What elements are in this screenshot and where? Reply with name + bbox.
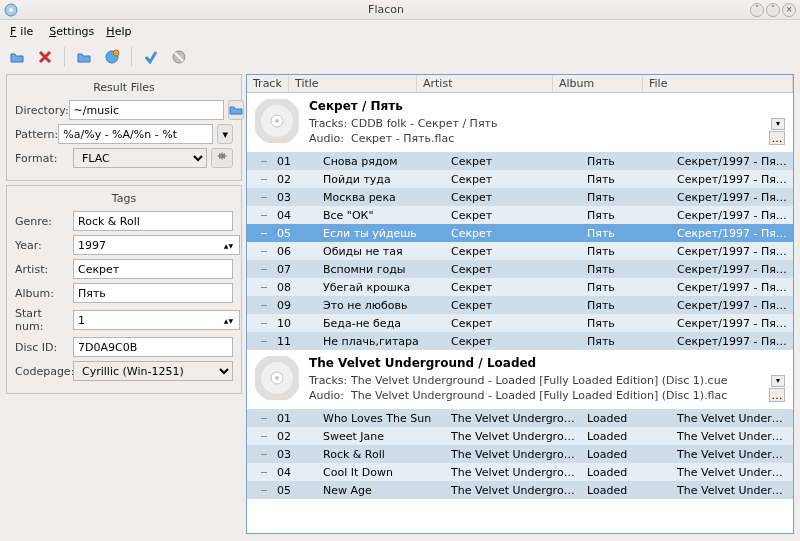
track-artist: The Velvet Underground	[445, 430, 581, 443]
track-album: Пять	[581, 317, 671, 330]
track-artist: Секрет	[445, 299, 581, 312]
close-button[interactable]: ×	[782, 3, 796, 17]
track-row[interactable]: 04 Cool It Down The Velvet Underground L…	[247, 463, 793, 481]
track-artist: The Velvet Underground	[445, 484, 581, 497]
track-artist: Секрет	[445, 245, 581, 258]
year-spinner[interactable]: ▲▼	[224, 242, 233, 249]
audio-browse-button[interactable]: …	[769, 388, 785, 402]
pattern-input[interactable]	[58, 124, 213, 144]
column-file[interactable]: File	[643, 75, 793, 92]
track-title: Cool It Down	[317, 466, 445, 479]
track-title: Обиды не тая	[317, 245, 445, 258]
open-folder-button[interactable]	[73, 46, 95, 68]
track-row[interactable]: 01 Who Loves The Sun The Velvet Undergro…	[247, 409, 793, 427]
track-title: Who Loves The Sun	[317, 412, 445, 425]
track-row[interactable]: 04 Все "ОК" Секрет Пять Секрет/1997 - Пя…	[247, 206, 793, 224]
start-num-spinner[interactable]: ▲▼	[224, 317, 233, 324]
start-button[interactable]	[140, 46, 162, 68]
track-row[interactable]: 03 Москва река Секрет Пять Секрет/1997 -…	[247, 188, 793, 206]
cddb-button[interactable]	[101, 46, 123, 68]
codepage-label: Codepage:	[15, 365, 73, 378]
track-title: Sweet Jane	[317, 430, 445, 443]
tracks-meta-dropdown[interactable]: ▾	[771, 118, 785, 130]
artist-label: Artist:	[15, 263, 73, 276]
track-artist: Секрет	[445, 317, 581, 330]
pattern-dropdown-button[interactable]: ▾	[217, 124, 233, 144]
year-input[interactable]	[73, 235, 240, 255]
directory-label: Directory:	[15, 104, 69, 117]
track-number: 05	[247, 484, 317, 497]
disc-id-input[interactable]	[73, 337, 233, 357]
track-number: 09	[247, 299, 317, 312]
audio-meta-value: Секрет - Пять.flac	[351, 132, 765, 145]
track-row[interactable]: 10 Беда-не беда Секрет Пять Секрет/1997 …	[247, 314, 793, 332]
open-button[interactable]	[6, 46, 28, 68]
svg-point-8	[275, 119, 279, 123]
track-artist: Секрет	[445, 209, 581, 222]
track-file: The Velvet Undergroun...	[671, 466, 793, 479]
column-artist[interactable]: Artist	[417, 75, 553, 92]
track-row[interactable]: 01 Снова рядом Секрет Пять Секрет/1997 -…	[247, 152, 793, 170]
track-row[interactable]: 07 Вспомни годы Секрет Пять Секрет/1997 …	[247, 260, 793, 278]
column-album[interactable]: Album	[553, 75, 643, 92]
track-album: Пять	[581, 155, 671, 168]
track-row[interactable]: 02 Пойди туда Секрет Пять Секрет/1997 - …	[247, 170, 793, 188]
menu-settings[interactable]: Settings	[45, 23, 98, 40]
track-row[interactable]: 06 Обиды не тая Секрет Пять Секрет/1997 …	[247, 242, 793, 260]
track-row[interactable]: 05 New Age The Velvet Underground Loaded…	[247, 481, 793, 499]
track-album: Loaded	[581, 412, 671, 425]
album-header[interactable]: Секрет / Пять Tracks: CDDB folk - Секрет…	[247, 93, 793, 152]
window-titlebar: Flacon ˅ ˄ ×	[0, 0, 800, 20]
track-title: Убегай крошка	[317, 281, 445, 294]
track-row[interactable]: 03 Rock & Roll The Velvet Underground Lo…	[247, 445, 793, 463]
album-input[interactable]	[73, 283, 233, 303]
start-num-input[interactable]	[73, 310, 240, 330]
toolbar-separator	[131, 47, 132, 67]
toolbar	[0, 42, 800, 72]
tracks-meta-dropdown[interactable]: ▾	[771, 375, 785, 387]
track-file: The Velvet Undergroun...	[671, 430, 793, 443]
track-row[interactable]: 08 Убегай крошка Секрет Пять Секрет/1997…	[247, 278, 793, 296]
genre-input[interactable]	[73, 211, 233, 231]
track-row[interactable]: 09 Это не любовь Секрет Пять Секрет/1997…	[247, 296, 793, 314]
menubar: File Settings Help	[0, 20, 800, 42]
format-settings-button[interactable]	[211, 148, 233, 168]
track-file: Секрет/1997 - Пять/0...	[671, 209, 793, 222]
track-title: Вспомни годы	[317, 263, 445, 276]
menu-file[interactable]: File	[6, 23, 41, 40]
track-artist: Секрет	[445, 227, 581, 240]
track-artist: Секрет	[445, 263, 581, 276]
abort-button[interactable]	[168, 46, 190, 68]
track-row[interactable]: 05 Если ты уйдешь Секрет Пять Секрет/199…	[247, 224, 793, 242]
artist-input[interactable]	[73, 259, 233, 279]
track-row[interactable]: 11 Не плачь,гитара Секрет Пять Секрет/19…	[247, 332, 793, 350]
track-album: Пять	[581, 263, 671, 276]
remove-button[interactable]	[34, 46, 56, 68]
track-title: Москва река	[317, 191, 445, 204]
track-number: 10	[247, 317, 317, 330]
directory-input[interactable]	[69, 100, 224, 120]
browse-directory-button[interactable]	[228, 100, 244, 120]
disc-icon	[255, 99, 299, 143]
track-title: Беда-не беда	[317, 317, 445, 330]
track-number: 07	[247, 263, 317, 276]
toolbar-separator	[64, 47, 65, 67]
format-select[interactable]: FLAC	[73, 148, 207, 168]
track-title: Снова рядом	[317, 155, 445, 168]
track-row[interactable]: 02 Sweet Jane The Velvet Underground Loa…	[247, 427, 793, 445]
codepage-select[interactable]: Cyrillic (Win-1251)	[73, 361, 233, 381]
track-table: Track Title Artist Album File Секрет / П…	[246, 74, 794, 534]
start-num-label: Start num:	[15, 307, 73, 333]
track-file: Секрет/1997 - Пять/0...	[671, 245, 793, 258]
audio-browse-button[interactable]: …	[769, 131, 785, 145]
tracks-meta-value: CDDB folk - Секрет / Пять	[351, 117, 767, 130]
track-title: Пойди туда	[317, 173, 445, 186]
album-header[interactable]: The Velvet Underground / Loaded Tracks: …	[247, 350, 793, 409]
menu-help[interactable]: Help	[102, 23, 135, 40]
column-track[interactable]: Track	[247, 75, 289, 92]
track-number: 04	[247, 466, 317, 479]
minimize-button[interactable]: ˅	[750, 3, 764, 17]
column-title[interactable]: Title	[289, 75, 417, 92]
maximize-button[interactable]: ˄	[766, 3, 780, 17]
track-album: Пять	[581, 173, 671, 186]
